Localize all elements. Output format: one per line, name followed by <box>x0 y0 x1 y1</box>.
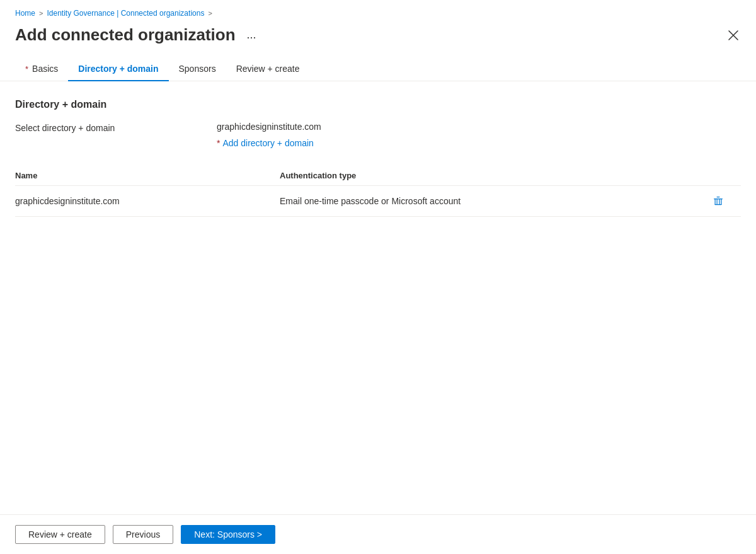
footer: Review + create Previous Next: Sponsors … <box>0 514 756 554</box>
tab-sponsors-label: Sponsors <box>179 64 216 74</box>
previous-button[interactable]: Previous <box>113 525 173 544</box>
delete-row-button[interactable] <box>711 193 726 209</box>
field-row: Select directory + domain graphicdesigni… <box>15 122 741 133</box>
page-menu-button[interactable]: ... <box>243 27 260 43</box>
svg-rect-3 <box>721 199 721 205</box>
table-header: Name Authentication type <box>15 166 741 186</box>
svg-rect-2 <box>715 199 716 205</box>
tab-basics-required-star: * <box>25 64 28 74</box>
row-auth-text: Email one-time passcode or Microsoft acc… <box>280 196 461 206</box>
trash-icon <box>713 196 723 206</box>
section-title: Directory + domain <box>15 99 741 110</box>
tab-sponsors[interactable]: Sponsors <box>169 57 226 81</box>
svg-rect-1 <box>717 197 720 197</box>
breadcrumb-sep-2: > <box>208 9 212 17</box>
col-header-name: Name <box>15 171 280 180</box>
svg-rect-5 <box>717 199 718 205</box>
row-name: graphicdesigninstitute.com <box>15 196 280 206</box>
svg-rect-4 <box>715 204 722 205</box>
tabs-bar: * Basics Directory + domain Sponsors Rev… <box>0 57 756 81</box>
svg-rect-6 <box>719 199 719 205</box>
page-title: Add connected organization <box>15 25 236 45</box>
tab-basics-label: Basics <box>32 64 58 74</box>
row-auth: Email one-time passcode or Microsoft acc… <box>280 193 741 209</box>
field-value: graphicdesigninstitute.com <box>217 122 321 132</box>
add-link-row: * Add directory + domain <box>217 138 741 148</box>
breadcrumb: Home > Identity Governance | Connected o… <box>0 0 756 23</box>
page-header: Add connected organization ... <box>0 23 756 57</box>
tab-directory-domain[interactable]: Directory + domain <box>68 57 168 81</box>
next-sponsors-button[interactable]: Next: Sponsors > <box>181 525 275 544</box>
close-icon <box>728 30 738 40</box>
tab-directory-domain-label: Directory + domain <box>78 64 158 74</box>
tab-review-create[interactable]: Review + create <box>226 57 310 81</box>
close-button[interactable] <box>726 28 741 43</box>
add-directory-domain-link[interactable]: Add directory + domain <box>222 138 313 148</box>
content-area: Directory + domain Select directory + do… <box>0 81 756 234</box>
add-required-star: * <box>217 138 220 148</box>
review-create-button[interactable]: Review + create <box>15 525 105 544</box>
directory-domain-table: Name Authentication type graphicdesignin… <box>15 166 741 217</box>
breadcrumb-sep-1: > <box>39 9 43 17</box>
field-label: Select directory + domain <box>15 122 217 133</box>
breadcrumb-nav[interactable]: Identity Governance | Connected organiza… <box>47 9 204 18</box>
breadcrumb-home[interactable]: Home <box>15 9 35 18</box>
table-row: graphicdesigninstitute.com Email one-tim… <box>15 186 741 217</box>
col-header-auth: Authentication type <box>280 171 741 180</box>
tab-review-create-label: Review + create <box>236 64 300 74</box>
tab-basics[interactable]: * Basics <box>15 57 68 81</box>
